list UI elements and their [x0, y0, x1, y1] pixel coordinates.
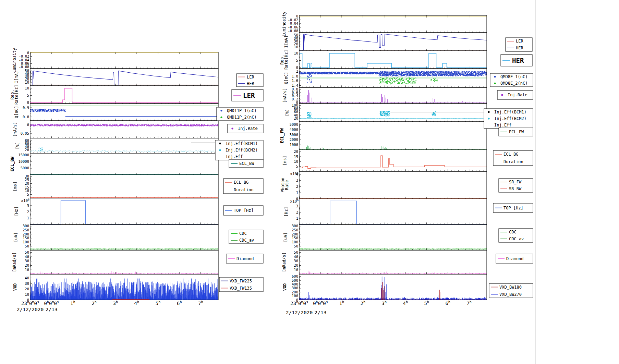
- legend-label: Inj.Eff: [494, 123, 512, 128]
- tick-label: -0.05: [18, 131, 29, 135]
- tick-label: 15000: [18, 153, 29, 157]
- subplot-ecl-bw: 15000100005000ECL_BW: [10, 153, 218, 175]
- legend-marker-dot: [494, 83, 496, 84]
- subplot-photon-rate: 43210PhotonRatex105: [280, 171, 487, 201]
- tick-label: 30: [294, 259, 298, 263]
- inj-rate-series: [299, 90, 487, 102]
- legend-label: ECL BG: [234, 180, 248, 185]
- y-axis-ecl-bg: 30252015105: [25, 174, 32, 196]
- date-label: 2/12/2020: [17, 307, 44, 312]
- tick-label: 10: [294, 159, 298, 163]
- axis-label-ecl-fw: ECL_FW: [280, 128, 285, 143]
- tick-label: 5000: [290, 122, 298, 126]
- legend-label: CDC_av: [509, 236, 524, 241]
- tick-label: 400: [292, 282, 298, 286]
- ler-panel-chart: 0-0.02-0.04-0.06-0.08Luminosity504030201…: [0, 0, 270, 364]
- tick-label: 2: [296, 184, 298, 189]
- top-rate-series: [299, 201, 487, 224]
- legend-label: VXD_FW225: [230, 279, 252, 283]
- tick-label: 1.6: [292, 78, 298, 83]
- tick-label: 3: [296, 178, 298, 182]
- legend-label: LER: [516, 39, 523, 44]
- tick-label: 10: [25, 268, 29, 272]
- rep-rate-series: [30, 88, 218, 103]
- legend-charge: QMD11P_1(nC)QMD11P_2(nC): [217, 107, 263, 121]
- tick-label: -0.04: [288, 22, 298, 25]
- axis-label-current: I[mA]: [284, 35, 289, 48]
- tick-label: 0: [27, 123, 29, 127]
- legend-label: SR_FW: [509, 180, 522, 184]
- legend-diamond: Diamond: [226, 254, 263, 263]
- legend-label: CDC_av: [239, 238, 254, 243]
- x-tick-label: 2h: [361, 300, 366, 306]
- tick-label: 100: [23, 240, 29, 244]
- tick-label: -0.02: [19, 54, 29, 58]
- y-axis-ecl-bg: 2015105: [294, 149, 301, 168]
- legend-label: TOP [Hz]: [503, 206, 523, 210]
- subplot-current: 5040302010I[mA]: [14, 69, 218, 86]
- tick-label: 30: [25, 259, 29, 263]
- y-axis-rep-rate: 1050: [25, 86, 32, 105]
- y-axis-charge: 0.90.8: [23, 106, 32, 119]
- legend-charge: QMD8E_1(nC)QMD8E_2(nC): [490, 73, 533, 87]
- legend-inj-rate: Inj.Rate: [497, 90, 533, 99]
- legend-top: TOP [Hz]: [493, 203, 533, 213]
- subplot-top-rate: 321[Hz]x106: [14, 198, 218, 225]
- tick-label: 300: [292, 286, 298, 290]
- subplot-current: 5040302010I[mA]: [284, 33, 487, 51]
- inj-eff-series: [30, 143, 218, 151]
- legend-label: HER: [247, 81, 254, 86]
- tick-label: 1: [296, 216, 298, 220]
- legend-label: Duration: [234, 187, 254, 192]
- axis-label-cdc: [uA]: [13, 232, 18, 242]
- y-axis-inj-eff: 80604020: [25, 138, 32, 152]
- subplot-luminosity: 0-0.02-0.04-0.06-0.08Luminosity: [12, 48, 218, 73]
- legend-ecl-fw: ECL_FW: [499, 128, 533, 136]
- x-tick-label: 0h0m0s: [44, 300, 59, 306]
- subplot-inj-eff: 80604020[%]: [15, 138, 218, 153]
- legend-ecl-bg: ECL BGDuration: [493, 150, 533, 166]
- legend-label: SR_BW: [509, 186, 522, 191]
- tick-label: -0.08: [288, 29, 298, 33]
- scale-label-top-rate: x106: [21, 198, 29, 203]
- legend-marker-dot: [219, 149, 221, 151]
- tick-label: 0: [27, 100, 29, 105]
- x-axis: 23h0m0s0h0m0s1h2h3h4h5h6h7h2/12/20202/13: [286, 300, 472, 315]
- tick-label: 15: [294, 155, 298, 159]
- legend-cdc: CDCCDC_av: [499, 229, 533, 242]
- legend-inj-eff: Inj.Eff(BCM1)Inj.Eff(BCM2)Inj.Eff: [484, 109, 533, 129]
- window-edge-divider: [535, 0, 536, 364]
- tick-label: -0.04: [19, 58, 29, 62]
- legend-cdc: CDCCDC_av: [229, 230, 263, 244]
- tick-label: 200: [292, 290, 298, 294]
- axis-label-ecl-bg: [ms]: [13, 182, 17, 192]
- x-tick-label: 4h: [134, 300, 139, 306]
- x-tick-label: 3h: [113, 300, 118, 306]
- tick-label: 250: [292, 228, 298, 232]
- axis-label-diamond: [mRad/s]: [12, 252, 17, 272]
- scale-label-top-rate: x106: [290, 199, 299, 204]
- tick-label: 50: [25, 244, 29, 248]
- legend-label: Duration: [503, 159, 523, 164]
- rep-rate-series: [299, 53, 487, 68]
- legend-label: VXD_FW135: [230, 286, 252, 291]
- tick-label: 0: [296, 14, 298, 18]
- charge-series: [299, 71, 487, 84]
- tick-label: 300: [23, 224, 29, 228]
- cdc-series: [299, 249, 487, 249]
- tick-label: 0.8: [23, 115, 29, 119]
- tick-label: 20: [25, 263, 29, 267]
- subplot-top-rate: 321[Hz]x106: [284, 199, 487, 225]
- y-axis-ecl-fw: 50004000300020001000: [290, 122, 301, 147]
- current-series: [30, 71, 218, 85]
- cdc-series: [30, 249, 218, 249]
- x-tick-label: 3h: [382, 300, 387, 306]
- tick-label: 10: [294, 51, 298, 55]
- legend-vxd: VXD_BW180VXD_BW270: [489, 283, 533, 298]
- legend-marker-dot: [501, 94, 503, 96]
- legend-beams: LERHER: [506, 38, 532, 51]
- subplot-cdc: 30025020015010050[uA]: [283, 224, 487, 250]
- x-tick-label: 0h0m0s: [313, 300, 328, 306]
- y-axis-cdc: 30025020015010050: [292, 224, 301, 248]
- legend-ecl-bw: ECL_BW: [229, 159, 263, 168]
